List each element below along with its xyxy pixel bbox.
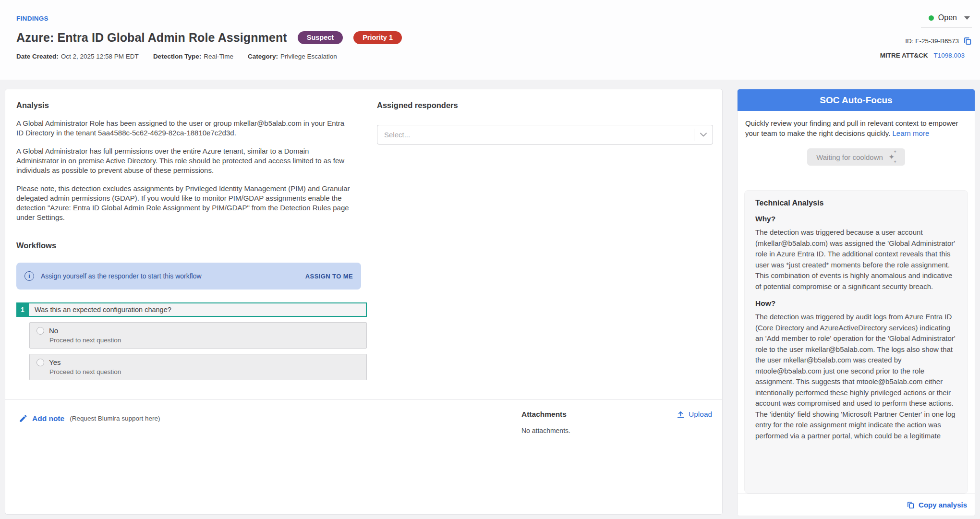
priority-badge: Priority 1 <box>353 31 402 44</box>
analysis-section: Analysis A Global Administrator Role has… <box>16 101 350 380</box>
status-dot-icon <box>929 15 934 21</box>
how-heading: How? <box>755 299 957 308</box>
soc-description: Quickly review your finding and pull in … <box>745 118 967 138</box>
technical-analysis-box: Technical Analysis Why? The detection wa… <box>744 190 968 494</box>
radio-button-icon[interactable] <box>36 359 44 366</box>
assign-to-me-button[interactable]: ASSIGN TO ME <box>305 273 353 280</box>
divider <box>5 399 722 400</box>
chevron-down-icon <box>964 16 970 20</box>
workflow-assign-banner: i Assign yourself as the responder to st… <box>16 263 361 290</box>
soc-auto-focus-panel: SOC Auto-Focus Quickly review your findi… <box>737 89 975 516</box>
workflow-option-yes[interactable]: Yes Proceed to next question <box>29 354 367 380</box>
analysis-heading: Analysis <box>16 101 350 110</box>
why-heading: Why? <box>755 215 957 223</box>
option-description: Proceed to next question <box>49 368 360 375</box>
pencil-icon <box>19 414 28 423</box>
attachments-heading: Attachments <box>521 410 570 419</box>
add-note-button[interactable]: Add note <box>32 414 64 423</box>
workflow-option-no[interactable]: No Proceed to next question <box>29 322 367 349</box>
soc-panel-footer: Copy analysis <box>738 494 975 516</box>
sparkles-icon: ✦++ <box>887 153 896 161</box>
copy-icon[interactable] <box>963 36 972 45</box>
page-title: Azure: Entra ID Global Admin Role Assign… <box>16 31 287 45</box>
chevron-down-icon <box>694 133 713 137</box>
upload-icon <box>677 410 685 419</box>
radio-button-icon[interactable] <box>36 327 44 335</box>
finding-id-row: ID: F-25-39-B6573 <box>905 36 972 45</box>
workflow-question: 1 Was this an expected configuration cha… <box>16 302 367 317</box>
finding-id: ID: F-25-39-B6573 <box>905 37 959 45</box>
copy-icon <box>907 501 915 509</box>
select-placeholder: Select... <box>384 131 694 139</box>
meta-date-created: Date Created:Oct 2, 2025 12:58 PM EDT <box>16 53 139 60</box>
mitre-technique-link[interactable]: T1098.003 <box>933 52 965 59</box>
meta-row: Date Created:Oct 2, 2025 12:58 PM EDT De… <box>16 53 337 60</box>
waiting-for-cooldown-button[interactable]: Waiting for cooldown ✦++ <box>807 148 905 166</box>
assigned-responders-section: Assigned responders Select... <box>377 101 713 145</box>
title-row: Azure: Entra ID Global Admin Role Assign… <box>16 31 402 45</box>
finding-header: FINDINGS Azure: Entra ID Global Admin Ro… <box>0 0 980 80</box>
learn-more-link[interactable]: Learn more <box>893 129 930 137</box>
banner-text: Assign yourself as the responder to star… <box>41 272 202 280</box>
status-badge-suspect: Suspect <box>298 31 343 44</box>
upload-label: Upload <box>689 410 712 419</box>
status-dropdown[interactable]: Open <box>921 13 972 27</box>
mitre-label: MITRE ATT&CK <box>880 52 928 59</box>
upload-button[interactable]: Upload <box>677 410 712 419</box>
analysis-paragraph: A Global Administrator Role has been ass… <box>16 119 350 138</box>
add-note-row: Add note (Request Blumira support here) <box>19 414 160 423</box>
analysis-paragraph: Please note, this detection excludes ass… <box>16 184 350 222</box>
meta-category: Category:Privilege Escalation <box>248 53 337 60</box>
workflows-heading: Workflows <box>16 241 350 250</box>
attachments-empty-text: No attachments. <box>521 427 570 435</box>
option-description: Proceed to next question <box>49 337 360 344</box>
responders-heading: Assigned responders <box>377 101 713 110</box>
finding-detail-card: Analysis A Global Administrator Role has… <box>5 89 723 515</box>
mitre-row: MITRE ATT&CK T1098.003 <box>880 52 965 59</box>
breadcrumb[interactable]: FINDINGS <box>16 15 48 22</box>
responders-select[interactable]: Select... <box>377 125 713 145</box>
technical-analysis-heading: Technical Analysis <box>755 199 957 207</box>
question-text: Was this an expected configuration chang… <box>29 302 367 317</box>
cooldown-label: Waiting for cooldown <box>816 153 883 161</box>
attachments-section: Attachments No attachments. <box>521 410 570 435</box>
soc-panel-title: SOC Auto-Focus <box>738 89 975 111</box>
copy-analysis-label: Copy analysis <box>919 501 967 509</box>
option-label: Yes <box>49 358 60 366</box>
copy-analysis-button[interactable]: Copy analysis <box>907 501 967 509</box>
status-label: Open <box>938 13 957 22</box>
analysis-paragraph: A Global Administrator has full permissi… <box>16 146 350 175</box>
option-label: No <box>49 326 58 335</box>
how-text: The detection was triggered by audit log… <box>755 312 957 441</box>
why-text: The detection was triggered because a us… <box>755 227 957 292</box>
meta-detection-type: Detection Type:Real-Time <box>153 53 233 60</box>
info-icon: i <box>24 271 34 281</box>
question-number: 1 <box>16 302 29 317</box>
add-note-hint: (Request Blumira support here) <box>70 415 160 422</box>
